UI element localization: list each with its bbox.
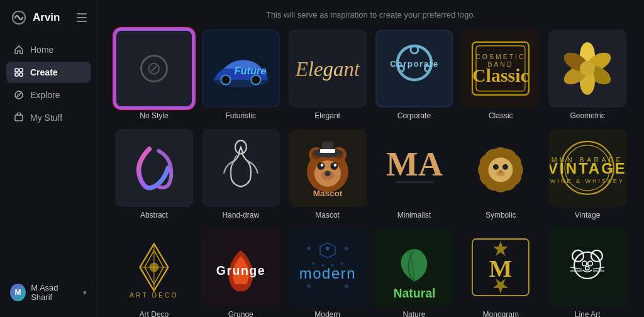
svg-rect-5 [15,115,23,121]
style-label-elegant: Elegant [314,111,340,120]
style-item-classic[interactable]: COSMETIC BAND Classic Classic [462,30,540,120]
style-label-corporate: Corporate [397,111,431,120]
style-label-hand-draw: Hand-draw [222,211,259,220]
svg-rect-51 [320,149,335,153]
style-label-vintage: Vintage [575,211,600,220]
style-thumb-monogram[interactable]: M [462,228,540,306]
style-thumb-classic[interactable]: COSMETIC BAND Classic [462,30,540,108]
svg-text:Grunge: Grunge [216,264,265,277]
svg-point-96 [326,247,330,250]
vintage-thumb-svg: MUN BARAEE VINTAGE WINE & WHISKEY [550,130,625,206]
modern-thumb-svg: modern [290,230,365,305]
svg-point-46 [333,164,336,166]
svg-text:MA: MA [386,145,443,183]
chevron-down-icon: ▾ [83,289,87,297]
style-item-geometric[interactable]: Geometric [548,30,626,120]
style-item-grunge[interactable]: Grunge Grunge [202,228,280,317]
svg-point-95 [345,284,348,288]
svg-text:M: M [489,255,513,282]
style-label-minimalist: Minimalist [397,211,431,220]
style-label-art-deco: Art Deco [140,310,169,317]
menu-toggle[interactable] [77,13,87,22]
futuristic-thumb-svg: Future [203,31,279,106]
monogram-thumb-svg: M [463,230,538,305]
style-item-modern[interactable]: modern Modern [289,228,367,317]
svg-rect-3 [19,73,23,76]
svg-rect-0 [15,69,18,72]
logo-area: Arvin [0,9,97,39]
sidebar-item-mystuff[interactable]: My Stuff [6,107,91,128]
style-item-monogram[interactable]: M Monogram [462,228,540,317]
style-thumb-line-art[interactable] [548,228,626,306]
style-thumb-grunge[interactable]: Grunge [202,228,280,306]
style-thumb-natural[interactable]: Natural [375,228,453,306]
corporate-thumb-svg: Corporate [377,31,452,106]
style-thumb-vintage[interactable]: MUN BARAEE VINTAGE WINE & WHISKEY [548,129,626,207]
style-item-art-deco[interactable]: ART DECO Art Deco [115,228,193,317]
svg-point-94 [307,284,311,288]
svg-point-87 [149,262,158,272]
svg-rect-2 [15,73,18,76]
classic-thumb-svg: COSMETIC BAND Classic [463,31,538,106]
style-item-corporate[interactable]: Corporate Corporate [375,30,453,120]
style-thumb-art-deco[interactable]: ART DECO [115,228,193,306]
style-label-classic: Classic [489,111,513,120]
style-item-mascot[interactable]: Mascot Mascot [289,129,367,220]
artdeco-thumb-svg: ART DECO [116,230,192,305]
sidebar-item-explore[interactable]: Explore [6,84,91,106]
app-name: Arvin [33,11,60,24]
style-item-no-style[interactable]: ⊘ No Style [115,30,193,120]
style-item-vintage[interactable]: MUN BARAEE VINTAGE WINE & WHISKEY Vintag… [548,129,626,220]
symbolic-thumb-svg [463,130,538,206]
abstract-thumb-svg [116,130,192,206]
home-icon [14,45,24,55]
mystuff-icon [14,113,24,123]
style-thumb-futuristic[interactable]: Future [202,30,280,108]
style-label-no-style: No Style [140,111,168,120]
svg-text:ART DECO: ART DECO [130,292,179,299]
style-thumb-hand-draw[interactable] [202,129,280,207]
elegant-thumb-svg: Elegant [290,31,365,106]
style-thumb-corporate[interactable]: Corporate [375,30,453,108]
style-thumb-mascot[interactable]: Mascot [289,129,367,207]
style-label-line-art: Line Art [575,310,601,317]
style-item-symbolic[interactable]: Symbolic [462,129,540,220]
style-item-minimalist[interactable]: MA Minimalist [375,129,453,220]
style-label-natural: Nature [402,310,425,317]
svg-point-93 [345,247,348,250]
style-label-symbolic: Symbolic [486,211,516,220]
sidebar-item-create[interactable]: Create [6,62,91,83]
style-item-line-art[interactable]: Line Art [548,228,626,317]
style-item-hand-draw[interactable]: Hand-draw [202,129,280,220]
style-label-grunge: Grunge [228,310,253,317]
page-subtitle: This will serve as inspiration to create… [115,8,626,19]
svg-point-73 [502,164,508,170]
svg-text:WINE & WHISKEY: WINE & WHISKEY [550,178,625,184]
style-item-natural[interactable]: Natural Nature [375,228,453,317]
style-label-monogram: Monogram [483,310,519,317]
style-item-futuristic[interactable]: Future Futuristic [202,30,280,120]
svg-text:Elegant: Elegant [294,58,360,81]
style-thumb-minimalist[interactable]: MA [375,129,453,207]
style-thumb-geometric[interactable] [548,30,626,108]
style-thumb-no-style[interactable]: ⊘ [115,30,193,108]
svg-point-48 [325,170,330,176]
svg-point-92 [307,247,311,250]
style-item-elegant[interactable]: Elegant Elegant [289,30,367,120]
user-profile[interactable]: M M Asad Sharif ▾ [0,277,97,308]
sidebar-item-home[interactable]: Home [6,39,91,60]
style-thumb-abstract[interactable] [115,129,193,207]
svg-point-75 [499,170,502,174]
app-logo-icon [10,9,28,26]
style-thumb-symbolic[interactable] [462,129,540,207]
svg-rect-110 [550,230,625,305]
create-label: Create [30,67,58,77]
svg-text:VINTAGE: VINTAGE [550,160,625,177]
explore-label: Explore [30,90,60,100]
style-item-abstract[interactable]: Abstract [115,129,193,220]
style-thumb-elegant[interactable]: Elegant [289,30,367,108]
style-label-abstract: Abstract [140,211,168,220]
svg-point-71 [489,157,513,182]
style-thumb-modern[interactable]: modern [289,228,367,306]
mystuff-label: My Stuff [30,113,62,123]
